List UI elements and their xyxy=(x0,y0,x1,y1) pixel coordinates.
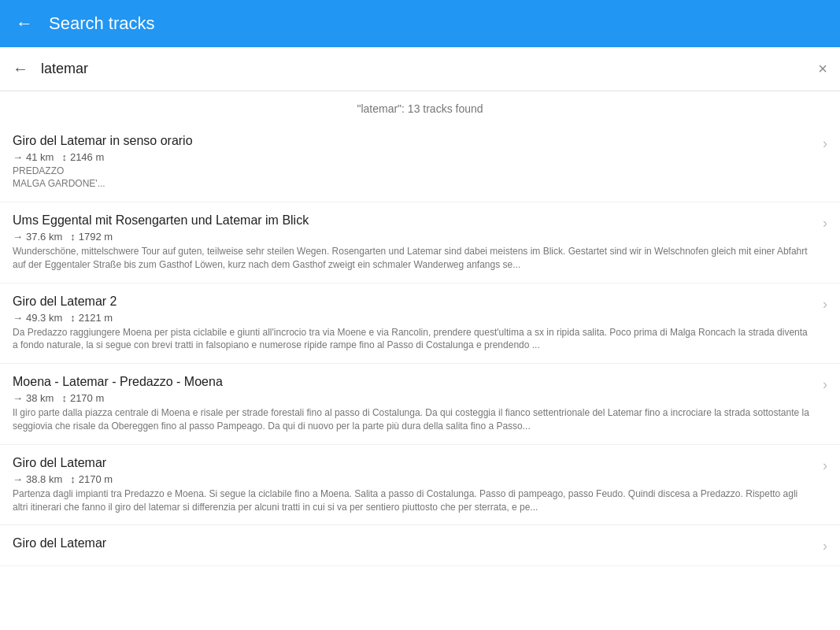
track-title: Giro del Latemar in senso orario xyxy=(13,134,815,148)
track-item[interactable]: Moena - Latemar - Predazzo - Moena → 38 … xyxy=(0,364,840,445)
track-title: Giro del Latemar xyxy=(13,536,815,550)
track-content: Giro del Latemar in senso orario → 41 km… xyxy=(13,134,823,191)
track-description: Wunderschöne, mittelschwere Tour auf gut… xyxy=(13,245,815,272)
elevation-icon: ↕ xyxy=(61,151,67,163)
track-elevation: 1792 m xyxy=(79,231,113,243)
track-item[interactable]: Giro del Latemar in senso orario → 41 km… xyxy=(0,123,840,202)
track-meta: → 38 km ↕ 2170 m xyxy=(13,392,815,404)
track-chevron-icon: › xyxy=(823,538,827,554)
elevation-icon: ↕ xyxy=(61,392,67,404)
track-title: Moena - Latemar - Predazzo - Moena xyxy=(13,375,815,389)
track-description: Da Predazzo raggiungere Moena per pista … xyxy=(13,326,815,353)
elevation-icon: ↕ xyxy=(70,231,76,243)
track-item[interactable]: Giro del Latemar › xyxy=(0,525,840,566)
search-bar: ← × xyxy=(0,47,840,91)
track-content: Giro del Latemar → 38.8 km ↕ 2170 m Part… xyxy=(13,456,823,514)
track-content: Giro del Latemar xyxy=(13,536,823,554)
header-back-button[interactable]: ← xyxy=(16,13,33,34)
track-content: Ums Eggental mit Rosengarten und Latemar… xyxy=(13,213,823,272)
track-chevron-icon: › xyxy=(823,376,827,393)
track-item[interactable]: Giro del Latemar 2 → 49.3 km ↕ 2121 m Da… xyxy=(0,284,840,365)
distance-arrow-icon: → xyxy=(13,473,23,485)
page-title: Search tracks xyxy=(49,13,155,34)
track-location1: PREDAZZO xyxy=(13,165,815,176)
track-content: Giro del Latemar 2 → 49.3 km ↕ 2121 m Da… xyxy=(13,295,823,353)
distance-arrow-icon: → xyxy=(13,312,23,324)
track-elevation: 2170 m xyxy=(79,473,113,485)
track-description: Partenza dagli impianti tra Predazzo e M… xyxy=(13,487,815,514)
track-title: Giro del Latemar 2 xyxy=(13,295,815,309)
search-back-button[interactable]: ← xyxy=(13,60,28,78)
track-chevron-icon: › xyxy=(823,135,827,152)
track-title: Ums Eggental mit Rosengarten und Latemar… xyxy=(13,213,815,228)
distance-arrow-icon: → xyxy=(13,392,23,404)
track-location2: MALGA GARDONE'... xyxy=(13,178,815,189)
track-elevation: 2170 m xyxy=(70,392,104,404)
elevation-icon: ↕ xyxy=(70,473,76,485)
track-elevation: 2146 m xyxy=(70,151,104,163)
track-distance: 41 km xyxy=(26,151,54,163)
track-chevron-icon: › xyxy=(823,215,827,232)
track-distance: 37.6 km xyxy=(26,231,62,243)
track-content: Moena - Latemar - Predazzo - Moena → 38 … xyxy=(13,375,823,433)
track-meta: → 38.8 km ↕ 2170 m xyxy=(13,473,815,485)
results-summary: "latemar": 13 tracks found xyxy=(0,91,840,123)
track-item[interactable]: Giro del Latemar → 38.8 km ↕ 2170 m Part… xyxy=(0,445,840,526)
track-title: Giro del Latemar xyxy=(13,456,815,470)
track-elevation: 2121 m xyxy=(79,312,113,324)
track-meta: → 49.3 km ↕ 2121 m xyxy=(13,312,815,324)
track-description: Il giro parte dalla piazza centrale di M… xyxy=(13,406,815,433)
track-item[interactable]: Ums Eggental mit Rosengarten und Latemar… xyxy=(0,202,840,284)
header-bar: ← Search tracks xyxy=(0,0,840,47)
track-meta: → 37.6 km ↕ 1792 m xyxy=(13,231,815,243)
distance-arrow-icon: → xyxy=(13,151,23,163)
track-meta: → 41 km ↕ 2146 m xyxy=(13,151,815,163)
track-distance: 38.8 km xyxy=(26,473,62,485)
clear-search-button[interactable]: × xyxy=(818,60,827,78)
track-chevron-icon: › xyxy=(823,458,827,474)
distance-arrow-icon: → xyxy=(13,231,23,243)
track-distance: 38 km xyxy=(26,392,54,404)
elevation-icon: ↕ xyxy=(70,312,76,324)
search-input[interactable] xyxy=(41,61,805,77)
track-chevron-icon: › xyxy=(823,296,827,313)
results-list: Giro del Latemar in senso orario → 41 km… xyxy=(0,123,840,628)
track-distance: 49.3 km xyxy=(26,312,62,324)
